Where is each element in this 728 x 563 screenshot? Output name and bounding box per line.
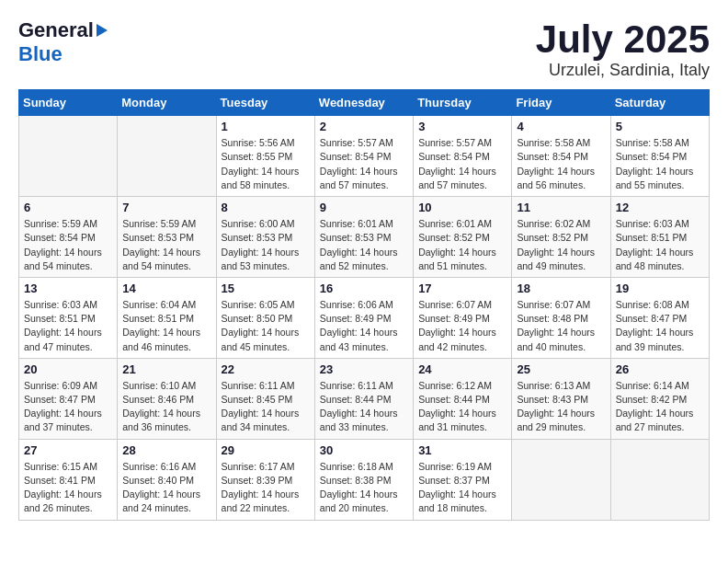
day-cell	[118, 116, 216, 197]
day-number: 7	[122, 201, 210, 214]
day-number: 23	[320, 362, 408, 376]
day-number: 3	[418, 120, 506, 133]
day-detail: Sunrise: 6:06 AM Sunset: 8:49 PM Dayligh…	[320, 298, 408, 354]
day-number: 15	[222, 282, 310, 295]
day-cell: 1Sunrise: 5:56 AM Sunset: 8:55 PM Daylig…	[216, 116, 314, 197]
day-number: 24	[418, 362, 506, 376]
calendar-table: SundayMondayTuesdayWednesdayThursdayFrid…	[18, 89, 710, 520]
day-cell: 19Sunrise: 6:08 AM Sunset: 8:47 PM Dayli…	[610, 277, 709, 358]
day-cell: 6Sunrise: 5:59 AM Sunset: 8:54 PM Daylig…	[19, 197, 118, 278]
day-detail: Sunrise: 6:07 AM Sunset: 8:49 PM Dayligh…	[418, 298, 506, 354]
day-number: 21	[122, 362, 210, 376]
day-number: 11	[517, 201, 605, 214]
day-cell: 9Sunrise: 6:01 AM Sunset: 8:53 PM Daylig…	[314, 197, 413, 278]
header-cell-friday: Friday	[512, 90, 610, 116]
day-cell: 8Sunrise: 6:00 AM Sunset: 8:53 PM Daylig…	[216, 197, 314, 278]
day-number: 13	[24, 282, 112, 295]
calendar-header: SundayMondayTuesdayWednesdayThursdayFrid…	[19, 90, 710, 116]
day-detail: Sunrise: 6:10 AM Sunset: 8:46 PM Dayligh…	[122, 379, 210, 435]
calendar-body: 1Sunrise: 5:56 AM Sunset: 8:55 PM Daylig…	[19, 116, 710, 520]
day-cell: 27Sunrise: 6:15 AM Sunset: 8:41 PM Dayli…	[19, 439, 118, 520]
day-detail: Sunrise: 5:59 AM Sunset: 8:54 PM Dayligh…	[24, 217, 112, 273]
day-number: 9	[320, 201, 408, 214]
day-cell: 2Sunrise: 5:57 AM Sunset: 8:54 PM Daylig…	[314, 116, 413, 197]
day-detail: Sunrise: 5:57 AM Sunset: 8:54 PM Dayligh…	[320, 136, 408, 192]
day-detail: Sunrise: 6:11 AM Sunset: 8:44 PM Dayligh…	[320, 379, 408, 435]
day-cell	[512, 439, 610, 520]
day-number: 17	[418, 282, 506, 295]
day-detail: Sunrise: 6:09 AM Sunset: 8:47 PM Dayligh…	[24, 379, 112, 435]
day-detail: Sunrise: 6:01 AM Sunset: 8:52 PM Dayligh…	[418, 217, 506, 273]
title-area: July 2025 Urzulei, Sardinia, Italy	[536, 18, 710, 80]
day-detail: Sunrise: 5:58 AM Sunset: 8:54 PM Dayligh…	[616, 136, 704, 192]
day-cell: 3Sunrise: 5:57 AM Sunset: 8:54 PM Daylig…	[414, 116, 512, 197]
day-detail: Sunrise: 5:57 AM Sunset: 8:54 PM Dayligh…	[418, 136, 506, 192]
day-cell: 16Sunrise: 6:06 AM Sunset: 8:49 PM Dayli…	[314, 277, 413, 358]
day-number: 19	[616, 282, 704, 295]
day-number: 27	[24, 443, 112, 457]
week-row-5: 27Sunrise: 6:15 AM Sunset: 8:41 PM Dayli…	[19, 439, 710, 520]
day-cell: 29Sunrise: 6:17 AM Sunset: 8:39 PM Dayli…	[216, 439, 314, 520]
logo-triangle-icon	[97, 24, 108, 37]
day-number: 16	[320, 282, 408, 295]
day-cell	[19, 116, 118, 197]
day-number: 18	[517, 282, 605, 295]
day-cell: 20Sunrise: 6:09 AM Sunset: 8:47 PM Dayli…	[19, 358, 118, 439]
header-cell-thursday: Thursday	[414, 90, 512, 116]
header-cell-wednesday: Wednesday	[314, 90, 413, 116]
day-number: 5	[616, 120, 704, 133]
day-detail: Sunrise: 6:15 AM Sunset: 8:41 PM Dayligh…	[24, 460, 112, 516]
day-detail: Sunrise: 5:56 AM Sunset: 8:55 PM Dayligh…	[222, 136, 310, 192]
header-cell-sunday: Sunday	[19, 90, 118, 116]
week-row-4: 20Sunrise: 6:09 AM Sunset: 8:47 PM Dayli…	[19, 358, 710, 439]
day-cell: 7Sunrise: 5:59 AM Sunset: 8:53 PM Daylig…	[118, 197, 216, 278]
day-number: 22	[222, 362, 310, 376]
day-cell: 14Sunrise: 6:04 AM Sunset: 8:51 PM Dayli…	[118, 277, 216, 358]
day-detail: Sunrise: 6:17 AM Sunset: 8:39 PM Dayligh…	[222, 460, 310, 516]
week-row-3: 13Sunrise: 6:03 AM Sunset: 8:51 PM Dayli…	[19, 277, 710, 358]
day-cell	[610, 439, 709, 520]
day-detail: Sunrise: 6:18 AM Sunset: 8:38 PM Dayligh…	[320, 460, 408, 516]
day-cell: 17Sunrise: 6:07 AM Sunset: 8:49 PM Dayli…	[414, 277, 512, 358]
header-row: SundayMondayTuesdayWednesdayThursdayFrid…	[19, 90, 710, 116]
day-cell: 15Sunrise: 6:05 AM Sunset: 8:50 PM Dayli…	[216, 277, 314, 358]
day-detail: Sunrise: 6:16 AM Sunset: 8:40 PM Dayligh…	[122, 460, 210, 516]
day-cell: 30Sunrise: 6:18 AM Sunset: 8:38 PM Dayli…	[314, 439, 413, 520]
day-number: 6	[24, 201, 112, 214]
day-cell: 12Sunrise: 6:03 AM Sunset: 8:51 PM Dayli…	[610, 197, 709, 278]
day-number: 12	[616, 201, 704, 214]
day-number: 29	[222, 443, 310, 457]
header-cell-monday: Monday	[118, 90, 216, 116]
day-cell: 28Sunrise: 6:16 AM Sunset: 8:40 PM Dayli…	[118, 439, 216, 520]
day-cell: 4Sunrise: 5:58 AM Sunset: 8:54 PM Daylig…	[512, 116, 610, 197]
day-cell: 23Sunrise: 6:11 AM Sunset: 8:44 PM Dayli…	[314, 358, 413, 439]
day-detail: Sunrise: 6:08 AM Sunset: 8:47 PM Dayligh…	[616, 298, 704, 354]
day-detail: Sunrise: 6:05 AM Sunset: 8:50 PM Dayligh…	[222, 298, 310, 354]
day-cell: 18Sunrise: 6:07 AM Sunset: 8:48 PM Dayli…	[512, 277, 610, 358]
location-title: Urzulei, Sardinia, Italy	[536, 61, 710, 80]
day-number: 20	[24, 362, 112, 376]
day-detail: Sunrise: 6:19 AM Sunset: 8:37 PM Dayligh…	[418, 460, 506, 516]
day-detail: Sunrise: 6:03 AM Sunset: 8:51 PM Dayligh…	[24, 298, 112, 354]
day-detail: Sunrise: 6:07 AM Sunset: 8:48 PM Dayligh…	[517, 298, 605, 354]
day-number: 26	[616, 362, 704, 376]
day-number: 10	[418, 201, 506, 214]
day-number: 2	[320, 120, 408, 133]
day-number: 30	[320, 443, 408, 457]
day-number: 4	[517, 120, 605, 133]
header-cell-saturday: Saturday	[610, 90, 709, 116]
day-cell: 25Sunrise: 6:13 AM Sunset: 8:43 PM Dayli…	[512, 358, 610, 439]
day-cell: 22Sunrise: 6:11 AM Sunset: 8:45 PM Dayli…	[216, 358, 314, 439]
day-number: 25	[517, 362, 605, 376]
day-number: 28	[122, 443, 210, 457]
day-cell: 31Sunrise: 6:19 AM Sunset: 8:37 PM Dayli…	[414, 439, 512, 520]
day-detail: Sunrise: 6:01 AM Sunset: 8:53 PM Dayligh…	[320, 217, 408, 273]
day-detail: Sunrise: 6:13 AM Sunset: 8:43 PM Dayligh…	[517, 379, 605, 435]
day-detail: Sunrise: 6:02 AM Sunset: 8:52 PM Dayligh…	[517, 217, 605, 273]
day-number: 8	[222, 201, 310, 214]
month-title: July 2025	[536, 18, 710, 61]
day-cell: 13Sunrise: 6:03 AM Sunset: 8:51 PM Dayli…	[19, 277, 118, 358]
day-cell: 11Sunrise: 6:02 AM Sunset: 8:52 PM Dayli…	[512, 197, 610, 278]
header-cell-tuesday: Tuesday	[216, 90, 314, 116]
day-detail: Sunrise: 6:14 AM Sunset: 8:42 PM Dayligh…	[616, 379, 704, 435]
